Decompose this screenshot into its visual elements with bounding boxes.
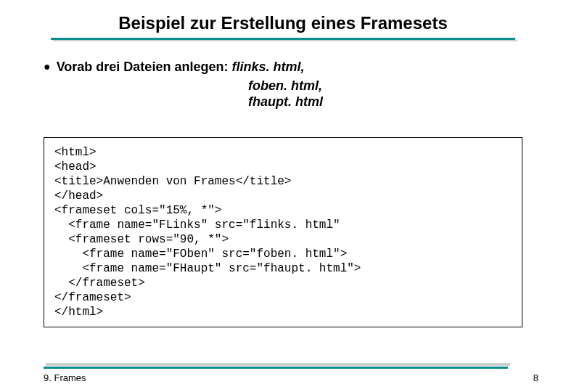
code-line: </frameset> [54,290,512,305]
code-line: <frame name="FLinks" src="flinks. html" [54,218,512,232]
code-line: </html> [54,305,512,319]
code-box: <html> <head> <title>Anwenden von Frames… [44,137,522,327]
code-line: <frame name="FOben" src="foben. html"> [54,247,512,261]
code-line: </head> [54,189,512,203]
code-line: <frameset rows="90, *"> [54,232,512,247]
file-name-1: flinks. html, [231,60,304,74]
slide: Beispiel zur Erstellung eines Framesets … [0,0,566,392]
code-line: <frameset cols="15%, *"> [54,203,512,218]
bullet-icon: ● [44,59,51,75]
code-line: <frame name="FHaupt" src="fhaupt. html"> [54,261,512,276]
footer: 9. Frames 8 [0,372,566,383]
footer-divider-shadow [46,363,510,366]
code-line: </frameset> [54,276,512,290]
bullet-item: ● Vorab drei Dateien anlegen: flinks. ht… [44,59,522,75]
code-line: <title>Anwenden von Frames</title> [54,174,512,189]
title-area: Beispiel zur Erstellung eines Framesets [0,0,566,41]
footer-section-label: 9. Frames [44,372,86,383]
code-line: <html> [54,145,512,160]
slide-title: Beispiel zur Erstellung eines Framesets [118,13,448,33]
file-name-3: fhaupt. html [248,94,522,110]
page-number: 8 [533,372,538,383]
title-underline-shadow [53,40,517,41]
content-area: ● Vorab drei Dateien anlegen: flinks. ht… [0,41,566,110]
bullet-text: Vorab drei Dateien anlegen: flinks. html… [57,59,305,75]
code-line: <head> [54,160,512,174]
footer-divider [44,364,508,369]
footer-divider-line [44,367,508,369]
bullet-prefix: Vorab drei Dateien anlegen: [57,60,232,74]
file-name-2: foben. html, [248,78,522,94]
